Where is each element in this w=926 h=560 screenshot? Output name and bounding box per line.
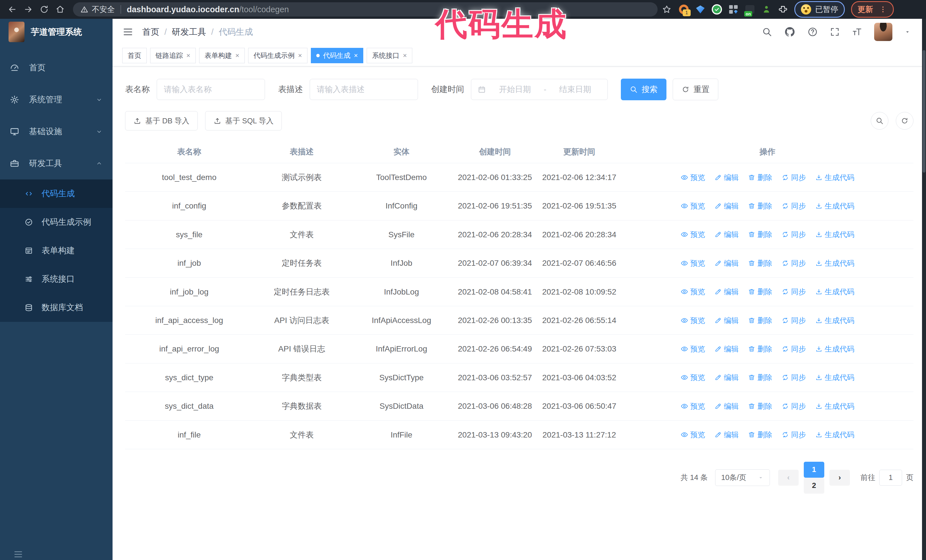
action-同步[interactable]: 同步 [782,172,806,183]
search-icon[interactable] [762,27,772,37]
action-预览[interactable]: 预览 [681,258,705,269]
action-预览[interactable]: 预览 [681,343,705,355]
action-编辑[interactable]: 编辑 [714,343,739,355]
page-button-1[interactable]: 1 [804,462,824,478]
table-name-input[interactable] [157,79,265,100]
page-button-2[interactable]: 2 [804,478,824,494]
tab-首页[interactable]: 首页 [122,48,147,63]
user-avatar[interactable] [874,23,893,41]
page-size-select[interactable]: 10条/页 [715,469,770,486]
action-生成代码[interactable]: 生成代码 [815,400,855,412]
extension-gem[interactable] [695,4,705,15]
import-db-button[interactable]: 基于 DB 导入 [125,111,198,130]
action-删除[interactable]: 删除 [748,258,772,269]
sidebar-item-系统管理[interactable]: 系统管理 [0,84,112,116]
action-同步[interactable]: 同步 [782,286,806,297]
toggle-search-button[interactable] [871,112,888,130]
close-icon[interactable]: × [186,52,190,59]
action-删除[interactable]: 删除 [748,372,772,383]
action-生成代码[interactable]: 生成代码 [815,258,855,269]
action-生成代码[interactable]: 生成代码 [815,343,855,355]
action-删除[interactable]: 删除 [748,172,772,183]
sidebar-item-基础设施[interactable]: 基础设施 [0,116,112,148]
browser-home-button[interactable] [54,3,67,16]
close-icon[interactable]: × [235,52,239,59]
reset-button[interactable]: 重置 [673,78,718,100]
tab-代码生成示例[interactable]: 代码生成示例× [248,48,307,63]
date-range-picker[interactable]: 开始日期 - 结束日期 [471,79,608,100]
hamburger-icon[interactable] [122,26,134,38]
action-预览[interactable]: 预览 [681,400,705,412]
action-编辑[interactable]: 编辑 [714,429,739,440]
profile-paused-chip[interactable]: 已暂停 [794,1,845,18]
browser-update-button[interactable]: 更新 [851,1,894,18]
extension-check[interactable] [712,4,722,15]
action-预览[interactable]: 预览 [681,172,705,183]
security-indicator[interactable]: 不安全 [80,4,115,15]
action-删除[interactable]: 删除 [748,429,772,440]
action-生成代码[interactable]: 生成代码 [815,286,855,297]
action-预览[interactable]: 预览 [681,429,705,440]
sidebar-item-研发工具[interactable]: 研发工具 [0,148,112,180]
caret-down-icon[interactable] [904,29,911,35]
action-同步[interactable]: 同步 [782,315,806,326]
tab-代码生成[interactable]: 代码生成× [311,48,363,63]
action-删除[interactable]: 删除 [748,229,772,240]
github-icon[interactable] [784,26,796,38]
close-icon[interactable]: × [403,52,407,59]
action-编辑[interactable]: 编辑 [714,286,739,297]
extensions-menu-button[interactable] [778,4,788,15]
browser-back-button[interactable] [6,3,19,16]
action-删除[interactable]: 删除 [748,315,772,326]
refresh-table-button[interactable] [896,112,914,130]
breadcrumb-item-2[interactable]: 研发工具 [172,26,206,38]
browser-forward-button[interactable] [22,3,35,16]
goto-page-input[interactable] [879,470,902,486]
tab-表单构建[interactable]: 表单构建× [199,48,245,63]
action-预览[interactable]: 预览 [681,229,705,240]
table-desc-input[interactable] [310,79,418,100]
tab-链路追踪[interactable]: 链路追踪× [150,48,196,63]
breadcrumb-item-1[interactable]: 首页 [142,26,159,38]
extension-person[interactable] [761,4,772,15]
action-预览[interactable]: 预览 [681,286,705,297]
extension-grid[interactable] [728,4,738,15]
sidebar-subitem-系统接口[interactable]: 系统接口 [0,265,112,293]
action-预览[interactable]: 预览 [681,315,705,326]
help-icon[interactable] [808,27,818,37]
close-icon[interactable]: × [354,52,358,59]
sidebar-subitem-代码生成[interactable]: 代码生成 [0,180,112,208]
tab-系统接口[interactable]: 系统接口× [367,48,412,63]
action-编辑[interactable]: 编辑 [714,200,739,211]
browser-reload-button[interactable] [38,3,51,16]
extension-dark[interactable]: on [745,4,755,15]
action-同步[interactable]: 同步 [782,229,806,240]
action-编辑[interactable]: 编辑 [714,372,739,383]
action-编辑[interactable]: 编辑 [714,258,739,269]
extension-orange[interactable]: 1 [679,4,689,15]
action-编辑[interactable]: 编辑 [714,172,739,183]
action-删除[interactable]: 删除 [748,200,772,211]
action-预览[interactable]: 预览 [681,372,705,383]
font-size-icon[interactable] [852,27,862,37]
sidebar-subitem-代码生成示例[interactable]: 代码生成示例 [0,208,112,236]
action-编辑[interactable]: 编辑 [714,400,739,412]
sidebar-subitem-数据库文档[interactable]: 数据库文档 [0,293,112,322]
prev-page-button[interactable]: ‹ [778,470,799,486]
action-同步[interactable]: 同步 [782,429,806,440]
scrollbar-thumb[interactable] [923,50,925,173]
action-编辑[interactable]: 编辑 [714,315,739,326]
action-生成代码[interactable]: 生成代码 [815,229,855,240]
sidebar-subitem-表单构建[interactable]: 表单构建 [0,236,112,265]
scrollbar-track[interactable] [922,19,926,560]
action-删除[interactable]: 删除 [748,343,772,355]
action-同步[interactable]: 同步 [782,343,806,355]
action-同步[interactable]: 同步 [782,400,806,412]
import-sql-button[interactable]: 基于 SQL 导入 [205,111,282,130]
action-生成代码[interactable]: 生成代码 [815,172,855,183]
action-同步[interactable]: 同步 [782,200,806,211]
action-生成代码[interactable]: 生成代码 [815,200,855,211]
action-生成代码[interactable]: 生成代码 [815,315,855,326]
bookmark-star-button[interactable] [660,3,673,16]
action-删除[interactable]: 删除 [748,286,772,297]
